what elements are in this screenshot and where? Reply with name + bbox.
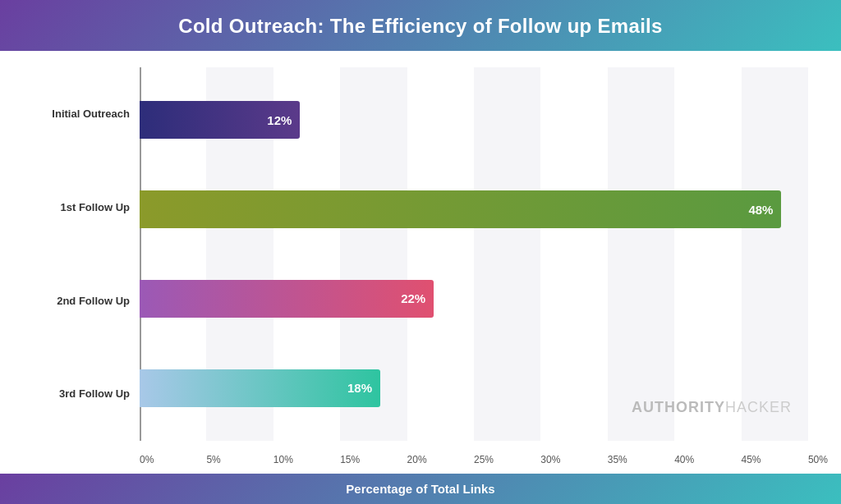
y-axis-labels: Initial Outreach 1st Follow Up 2nd Follo… xyxy=(33,67,140,465)
chart-area: Initial Outreach 1st Follow Up 2nd Follo… xyxy=(0,51,841,474)
bar-label-3: 18% xyxy=(347,381,372,395)
bar-3rd-follow-up: 18% xyxy=(140,369,380,407)
footer-label: Percentage of Total Links xyxy=(8,482,833,496)
main-container: Cold Outreach: The Efficiency of Follow … xyxy=(0,0,841,504)
watermark: AUTHORITYHACKER xyxy=(632,399,792,416)
bar-wrapper-3: 18% xyxy=(140,369,380,407)
bar-row-0: 12% xyxy=(140,99,808,141)
bar-label-1: 48% xyxy=(748,203,773,217)
chart-body: Initial Outreach 1st Follow Up 2nd Follo… xyxy=(33,67,808,465)
grid-and-bars: 12% 48% xyxy=(140,67,808,465)
chart-footer: Percentage of Total Links xyxy=(0,474,841,504)
bars-section: 12% 48% xyxy=(140,67,808,465)
bar-row-1: 48% xyxy=(140,188,808,231)
bar-1st-follow-up: 48% xyxy=(140,190,781,228)
y-label-3: 3rd Follow Up xyxy=(33,387,130,401)
bar-initial-outreach: 12% xyxy=(140,101,300,139)
y-label-1: 1st Follow Up xyxy=(33,201,130,214)
y-label-2: 2nd Follow Up xyxy=(33,295,130,308)
chart-title: Cold Outreach: The Efficiency of Follow … xyxy=(16,15,825,38)
watermark-part1: AUTHORITY xyxy=(632,399,725,415)
y-label-0: Initial Outreach xyxy=(33,108,130,121)
bar-wrapper-2: 22% xyxy=(140,280,434,318)
bar-wrapper-0: 12% xyxy=(140,101,300,139)
bar-row-2: 22% xyxy=(140,277,808,320)
bar-2nd-follow-up: 22% xyxy=(140,280,434,318)
bar-label-0: 12% xyxy=(267,113,292,127)
watermark-part2: HACKER xyxy=(725,399,792,415)
x-axis: 0% 5% 10% 15% 20% 25% 30% 35% 40% 45% 50… xyxy=(140,441,808,465)
bars-container: 12% 48% xyxy=(140,67,808,441)
chart-header: Cold Outreach: The Efficiency of Follow … xyxy=(0,0,841,51)
bar-label-2: 22% xyxy=(401,291,425,305)
bar-wrapper-1: 48% xyxy=(140,190,781,228)
